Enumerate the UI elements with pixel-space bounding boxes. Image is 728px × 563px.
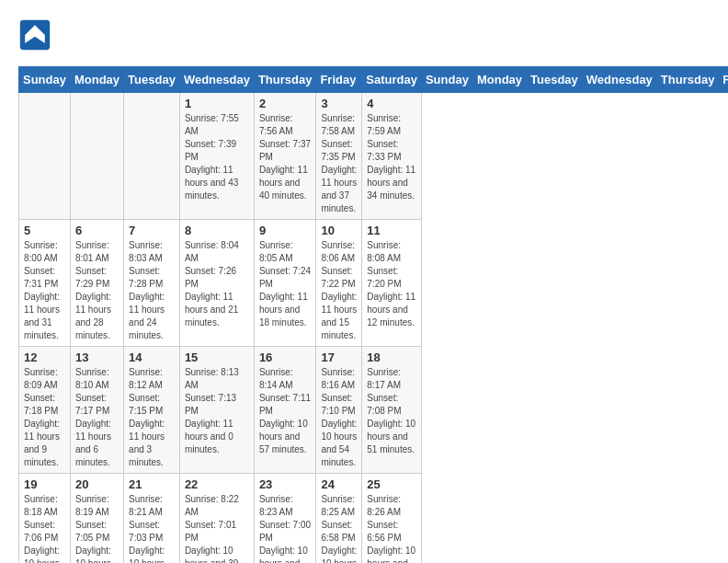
col-header-saturday: Saturday bbox=[362, 67, 422, 93]
day-number: 16 bbox=[259, 350, 312, 364]
day-number: 4 bbox=[367, 97, 416, 110]
day-number: 9 bbox=[259, 224, 312, 237]
day-number: 12 bbox=[24, 350, 65, 364]
col-header-sunday: Sunday bbox=[19, 67, 71, 93]
col-header-thursday: Thursday bbox=[254, 67, 316, 93]
day-number: 17 bbox=[321, 350, 357, 364]
day-number: 23 bbox=[259, 477, 312, 491]
calendar-week-row: 19Sunrise: 8:18 AM Sunset: 7:06 PM Dayli… bbox=[19, 474, 729, 564]
day-number: 14 bbox=[129, 350, 175, 364]
calendar-cell: 14Sunrise: 8:12 AM Sunset: 7:15 PM Dayli… bbox=[124, 347, 180, 474]
day-info: Sunrise: 7:55 AM Sunset: 7:39 PM Dayligh… bbox=[185, 112, 249, 202]
calendar-week-row: 12Sunrise: 8:09 AM Sunset: 7:18 PM Dayli… bbox=[19, 347, 729, 474]
day-info: Sunrise: 8:19 AM Sunset: 7:05 PM Dayligh… bbox=[75, 493, 119, 563]
col-header-tuesday: Tuesday bbox=[527, 67, 583, 93]
day-number: 25 bbox=[367, 477, 416, 491]
day-info: Sunrise: 8:18 AM Sunset: 7:06 PM Dayligh… bbox=[24, 493, 65, 563]
day-number: 22 bbox=[185, 477, 249, 491]
calendar-cell: 17Sunrise: 8:16 AM Sunset: 7:10 PM Dayli… bbox=[316, 347, 362, 474]
day-number: 5 bbox=[24, 224, 65, 237]
day-info: Sunrise: 8:25 AM Sunset: 6:58 PM Dayligh… bbox=[321, 493, 357, 563]
col-header-friday: Friday bbox=[316, 67, 362, 93]
col-header-sunday: Sunday bbox=[421, 67, 472, 93]
day-number: 8 bbox=[185, 224, 249, 237]
calendar-week-row: 5Sunrise: 8:00 AM Sunset: 7:31 PM Daylig… bbox=[19, 220, 729, 347]
calendar-cell: 12Sunrise: 8:09 AM Sunset: 7:18 PM Dayli… bbox=[19, 347, 71, 474]
calendar-cell: 8Sunrise: 8:04 AM Sunset: 7:26 PM Daylig… bbox=[179, 220, 254, 347]
day-info: Sunrise: 7:56 AM Sunset: 7:37 PM Dayligh… bbox=[259, 112, 312, 202]
day-number: 6 bbox=[75, 224, 119, 237]
day-info: Sunrise: 8:26 AM Sunset: 6:56 PM Dayligh… bbox=[367, 493, 416, 563]
day-number: 13 bbox=[75, 350, 119, 364]
calendar-cell: 25Sunrise: 8:26 AM Sunset: 6:56 PM Dayli… bbox=[362, 474, 422, 564]
day-info: Sunrise: 8:01 AM Sunset: 7:29 PM Dayligh… bbox=[75, 239, 119, 342]
calendar-header-row: SundayMondayTuesdayWednesdayThursdayFrid… bbox=[19, 67, 729, 93]
calendar-cell: 3Sunrise: 7:58 AM Sunset: 7:35 PM Daylig… bbox=[316, 93, 362, 220]
day-info: Sunrise: 8:12 AM Sunset: 7:15 PM Dayligh… bbox=[129, 366, 175, 469]
calendar-cell: 19Sunrise: 8:18 AM Sunset: 7:06 PM Dayli… bbox=[19, 474, 71, 564]
col-header-thursday: Thursday bbox=[656, 67, 719, 93]
calendar-cell: 10Sunrise: 8:06 AM Sunset: 7:22 PM Dayli… bbox=[316, 220, 362, 347]
day-info: Sunrise: 8:03 AM Sunset: 7:28 PM Dayligh… bbox=[129, 239, 175, 342]
calendar-cell: 22Sunrise: 8:22 AM Sunset: 7:01 PM Dayli… bbox=[179, 474, 254, 564]
day-info: Sunrise: 8:06 AM Sunset: 7:22 PM Dayligh… bbox=[321, 239, 357, 342]
calendar-cell bbox=[70, 93, 123, 220]
calendar-cell: 4Sunrise: 7:59 AM Sunset: 7:33 PM Daylig… bbox=[362, 93, 422, 220]
day-number: 1 bbox=[185, 97, 249, 110]
calendar-cell: 1Sunrise: 7:55 AM Sunset: 7:39 PM Daylig… bbox=[179, 93, 254, 220]
day-info: Sunrise: 8:17 AM Sunset: 7:08 PM Dayligh… bbox=[367, 366, 416, 456]
col-header-wednesday: Wednesday bbox=[582, 67, 656, 93]
day-info: Sunrise: 8:10 AM Sunset: 7:17 PM Dayligh… bbox=[75, 366, 119, 469]
day-info: Sunrise: 8:13 AM Sunset: 7:13 PM Dayligh… bbox=[185, 366, 249, 456]
calendar-cell: 18Sunrise: 8:17 AM Sunset: 7:08 PM Dayli… bbox=[362, 347, 422, 474]
col-header-monday: Monday bbox=[472, 67, 526, 93]
day-number: 3 bbox=[321, 97, 357, 110]
day-number: 19 bbox=[24, 477, 65, 491]
day-info: Sunrise: 8:08 AM Sunset: 7:20 PM Dayligh… bbox=[367, 239, 416, 329]
calendar-cell bbox=[124, 93, 180, 220]
col-header-friday: Friday bbox=[719, 67, 728, 93]
day-info: Sunrise: 8:22 AM Sunset: 7:01 PM Dayligh… bbox=[185, 493, 249, 563]
col-header-monday: Monday bbox=[70, 67, 123, 93]
logo-icon bbox=[18, 18, 51, 52]
calendar-cell: 16Sunrise: 8:14 AM Sunset: 7:11 PM Dayli… bbox=[254, 347, 316, 474]
day-number: 20 bbox=[75, 477, 119, 491]
calendar-cell: 2Sunrise: 7:56 AM Sunset: 7:37 PM Daylig… bbox=[254, 93, 316, 220]
day-number: 15 bbox=[185, 350, 249, 364]
day-info: Sunrise: 8:21 AM Sunset: 7:03 PM Dayligh… bbox=[129, 493, 175, 563]
logo bbox=[18, 18, 55, 52]
day-info: Sunrise: 8:09 AM Sunset: 7:18 PM Dayligh… bbox=[24, 366, 65, 469]
calendar-cell: 6Sunrise: 8:01 AM Sunset: 7:29 PM Daylig… bbox=[70, 220, 123, 347]
calendar-cell: 23Sunrise: 8:23 AM Sunset: 7:00 PM Dayli… bbox=[254, 474, 316, 564]
day-number: 10 bbox=[321, 224, 357, 237]
day-info: Sunrise: 7:58 AM Sunset: 7:35 PM Dayligh… bbox=[321, 112, 357, 215]
day-info: Sunrise: 8:05 AM Sunset: 7:24 PM Dayligh… bbox=[259, 239, 312, 329]
day-number: 11 bbox=[367, 224, 416, 237]
day-info: Sunrise: 8:00 AM Sunset: 7:31 PM Dayligh… bbox=[24, 239, 65, 342]
calendar-week-row: 1Sunrise: 7:55 AM Sunset: 7:39 PM Daylig… bbox=[19, 93, 729, 220]
day-info: Sunrise: 7:59 AM Sunset: 7:33 PM Dayligh… bbox=[367, 112, 416, 202]
calendar-cell: 20Sunrise: 8:19 AM Sunset: 7:05 PM Dayli… bbox=[70, 474, 123, 564]
day-info: Sunrise: 8:14 AM Sunset: 7:11 PM Dayligh… bbox=[259, 366, 312, 456]
calendar-cell bbox=[19, 93, 71, 220]
col-header-tuesday: Tuesday bbox=[124, 67, 180, 93]
day-info: Sunrise: 8:16 AM Sunset: 7:10 PM Dayligh… bbox=[321, 366, 357, 469]
calendar-table: SundayMondayTuesdayWednesdayThursdayFrid… bbox=[18, 66, 728, 563]
day-number: 24 bbox=[321, 477, 357, 491]
calendar-cell: 21Sunrise: 8:21 AM Sunset: 7:03 PM Dayli… bbox=[124, 474, 180, 564]
calendar-cell: 9Sunrise: 8:05 AM Sunset: 7:24 PM Daylig… bbox=[254, 220, 316, 347]
calendar-cell: 15Sunrise: 8:13 AM Sunset: 7:13 PM Dayli… bbox=[179, 347, 254, 474]
day-number: 7 bbox=[129, 224, 175, 237]
day-info: Sunrise: 8:23 AM Sunset: 7:00 PM Dayligh… bbox=[259, 493, 312, 563]
calendar-cell: 5Sunrise: 8:00 AM Sunset: 7:31 PM Daylig… bbox=[19, 220, 71, 347]
col-header-wednesday: Wednesday bbox=[179, 67, 254, 93]
day-number: 2 bbox=[259, 97, 312, 110]
day-number: 18 bbox=[367, 350, 416, 364]
calendar-cell: 11Sunrise: 8:08 AM Sunset: 7:20 PM Dayli… bbox=[362, 220, 422, 347]
page-header bbox=[18, 18, 710, 52]
day-info: Sunrise: 8:04 AM Sunset: 7:26 PM Dayligh… bbox=[185, 239, 249, 329]
calendar-cell: 24Sunrise: 8:25 AM Sunset: 6:58 PM Dayli… bbox=[316, 474, 362, 564]
day-number: 21 bbox=[129, 477, 175, 491]
calendar-cell: 13Sunrise: 8:10 AM Sunset: 7:17 PM Dayli… bbox=[70, 347, 123, 474]
calendar-cell: 7Sunrise: 8:03 AM Sunset: 7:28 PM Daylig… bbox=[124, 220, 180, 347]
